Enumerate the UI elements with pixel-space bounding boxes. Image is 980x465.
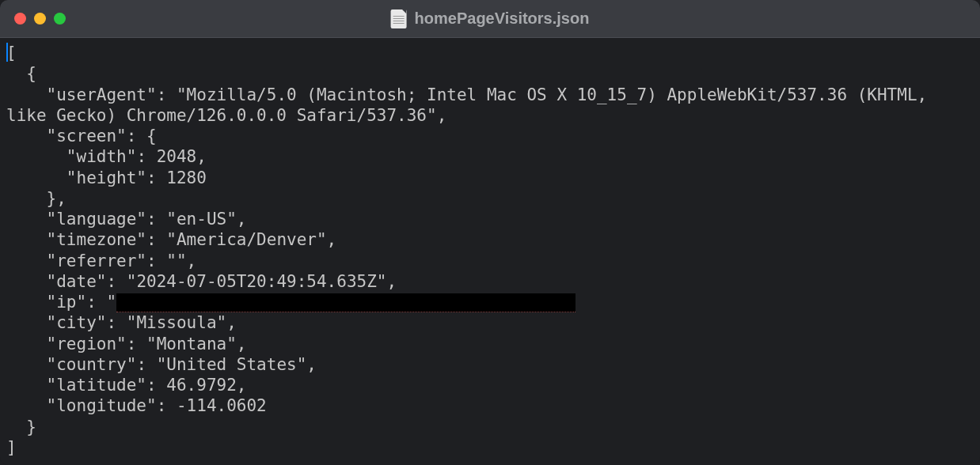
key-userAgent: "userAgent" [47, 85, 157, 104]
minimize-button[interactable] [34, 13, 46, 25]
value-city: "Missoula" [127, 313, 226, 332]
key-referrer: "referrer" [47, 251, 146, 270]
json-close-array: ] [6, 438, 17, 457]
close-button[interactable] [14, 13, 26, 25]
value-region: "Montana" [146, 335, 237, 353]
value-language: "en-US" [166, 210, 237, 229]
key-region: "region" [47, 335, 127, 353]
value-ip-prefix: " [106, 293, 116, 312]
json-open-object: { [26, 64, 36, 83]
value-referrer: "" [166, 251, 186, 270]
key-timezone: "timezone" [47, 230, 146, 249]
key-latitude: "latitude" [47, 376, 146, 395]
window-title: homePageVisitors.json [415, 9, 590, 28]
text-cursor [6, 43, 8, 62]
key-height: "height" [66, 168, 146, 187]
value-width: 2048 [157, 147, 197, 166]
value-latitude: 46.9792 [166, 376, 237, 395]
title-area: homePageVisitors.json [391, 9, 590, 28]
editor-window: homePageVisitors.json [ { "userAgent": "… [0, 0, 980, 465]
titlebar: homePageVisitors.json [0, 0, 980, 38]
value-date: "2024-07-05T20:49:54.635Z" [127, 272, 387, 291]
value-timezone: "America/Denver" [166, 230, 326, 249]
key-city: "city" [47, 313, 107, 332]
key-longitude: "longitude" [47, 396, 157, 415]
json-close-screen: }, [47, 189, 66, 208]
json-close-object: } [26, 418, 36, 437]
key-width: "width" [66, 147, 137, 166]
key-ip: "ip" [47, 293, 87, 312]
traffic-lights [0, 13, 66, 25]
key-language: "language" [47, 210, 146, 229]
value-country: "United States" [157, 355, 307, 374]
value-longitude: -114.0602 [177, 396, 267, 415]
key-date: "date" [47, 272, 107, 291]
key-screen: "screen" [47, 127, 127, 146]
key-country: "country" [47, 355, 137, 374]
editor-content[interactable]: [ { "userAgent": "Mozilla/5.0 (Macintosh… [0, 38, 980, 465]
maximize-button[interactable] [54, 13, 66, 25]
redacted-ip [116, 293, 575, 312]
value-height: 1280 [166, 168, 207, 187]
file-icon [391, 9, 407, 28]
